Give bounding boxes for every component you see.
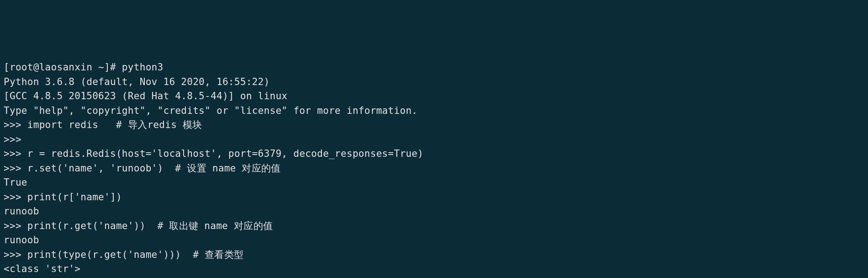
terminal-line: >>> print(type(r.get('name'))) # 查看类型	[4, 248, 864, 262]
terminal-line: >>> import redis # 导入redis 模块	[4, 118, 864, 133]
terminal-line: <class 'str'>	[4, 262, 864, 277]
terminal-line: >>> r = redis.Redis(host='localhost', po…	[4, 147, 864, 161]
terminal-line: Type "help", "copyright", "credits" or "…	[4, 104, 864, 118]
terminal-prompt-line[interactable]: >>>	[4, 277, 864, 278]
terminal-line: runoob	[4, 204, 864, 219]
terminal-line: >>>	[4, 133, 864, 147]
terminal-line: >>> print(r['name'])	[4, 190, 864, 205]
terminal-line: runoob	[4, 233, 864, 248]
terminal-line: [root@laosanxin ~]# python3	[4, 60, 864, 75]
terminal-line: >>> r.set('name', 'runoob') # 设置 name 对应…	[4, 161, 864, 176]
terminal-line: Python 3.6.8 (default, Nov 16 2020, 16:5…	[4, 75, 864, 90]
terminal-line: True	[4, 176, 864, 190]
terminal-output[interactable]: [root@laosanxin ~]# python3Python 3.6.8 …	[4, 60, 864, 278]
terminal-line: >>> print(r.get('name')) # 取出键 name 对应的值	[4, 219, 864, 234]
terminal-line: [GCC 4.8.5 20150623 (Red Hat 4.8.5-44)] …	[4, 89, 864, 104]
